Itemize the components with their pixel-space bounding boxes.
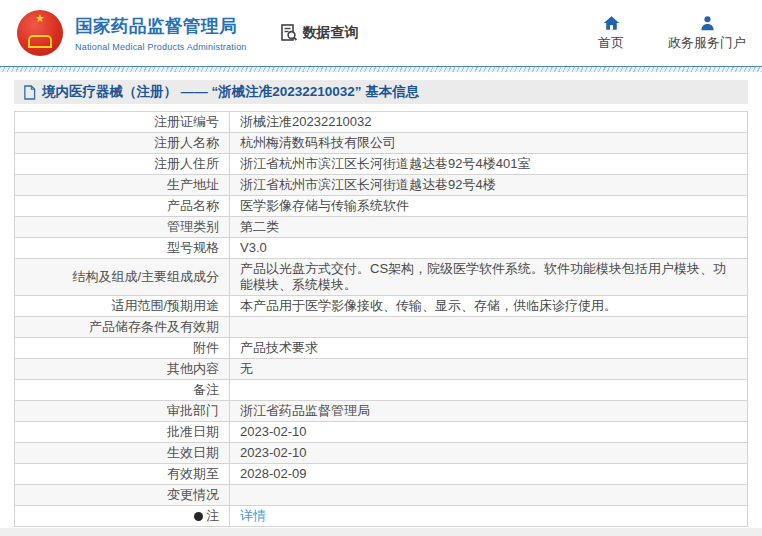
table-row: 注册人名称杭州梅清数码科技有限公司 xyxy=(15,133,748,154)
note-icon xyxy=(194,512,203,521)
info-table-body: 注册证编号浙械注准20232210032注册人名称杭州梅清数码科技有限公司注册人… xyxy=(15,112,748,527)
breadcrumb-text: 境内医疗器械（注册） —— “浙械注准20232210032” 基本信息 xyxy=(42,83,419,101)
table-cell-value: 本产品用于医学影像接收、传输、显示、存储，供临床诊疗使用。 xyxy=(230,296,748,317)
table-cell-value xyxy=(230,380,748,401)
table-cell-label: 生产地址 xyxy=(15,175,230,196)
table-cell-value xyxy=(230,317,748,338)
table-cell-value: 详情 xyxy=(230,506,748,527)
table-cell-value: 2028-02-09 xyxy=(230,464,748,485)
breadcrumb: 境内医疗器械（注册） —— “浙械注准20232210032” 基本信息 xyxy=(14,80,748,104)
main-content: 境内医疗器械（注册） —— “浙械注准20232210032” 基本信息 注册证… xyxy=(0,72,762,528)
table-cell-label: 变更情况 xyxy=(15,485,230,506)
table-cell-label: 批准日期 xyxy=(15,422,230,443)
table-cell-label: 生效日期 xyxy=(15,443,230,464)
table-cell-value: 产品技术要求 xyxy=(230,338,748,359)
table-cell-value xyxy=(230,485,748,506)
table-row: 其他内容无 xyxy=(15,359,748,380)
site-title: 国家药品监督管理局 xyxy=(75,14,247,38)
table-cell-label: 审批部门 xyxy=(15,401,230,422)
home-icon xyxy=(603,15,620,31)
table-cell-label: 其他内容 xyxy=(15,359,230,380)
top-nav: 首页 政务服务门户 xyxy=(590,15,746,52)
table-cell-value: 浙江省药品监督管理局 xyxy=(230,401,748,422)
site-header: ★ 国家药品监督管理局 National Medical Products Ad… xyxy=(0,0,762,66)
table-row: 变更情况 xyxy=(15,485,748,506)
emblem-star-icon: ★ xyxy=(35,13,45,24)
table-cell-value: 第二类 xyxy=(230,217,748,238)
table-row: 附件产品技术要求 xyxy=(15,338,748,359)
table-cell-value: V3.0 xyxy=(230,238,748,259)
table-cell-label: 产品名称 xyxy=(15,196,230,217)
table-row: 注册证编号浙械注准20232210032 xyxy=(15,112,748,133)
site-subtitle: National Medical Products Administration xyxy=(75,42,247,52)
emblem-gate-icon xyxy=(28,35,52,48)
table-cell-label: 管理类别 xyxy=(15,217,230,238)
document-search-icon xyxy=(279,23,299,43)
table-cell-label: 有效期至 xyxy=(15,464,230,485)
document-icon xyxy=(23,85,36,100)
table-cell-value: 2023-02-10 xyxy=(230,422,748,443)
table-row: 生产地址浙江省杭州市滨江区长河街道越达巷92号4楼 xyxy=(15,175,748,196)
table-cell-value: 无 xyxy=(230,359,748,380)
detail-link[interactable]: 详情 xyxy=(240,508,266,523)
page: { "header": { "title": "国家药品监督管理局", "sub… xyxy=(0,0,762,536)
table-cell-value: 杭州梅清数码科技有限公司 xyxy=(230,133,748,154)
table-row: 审批部门浙江省药品监督管理局 xyxy=(15,401,748,422)
table-cell-label: 注册人住所 xyxy=(15,154,230,175)
table-row: 型号规格V3.0 xyxy=(15,238,748,259)
table-row: 批准日期2023-02-10 xyxy=(15,422,748,443)
person-icon xyxy=(699,15,716,31)
table-cell-label: 注册人名称 xyxy=(15,133,230,154)
site-title-block: 国家药品监督管理局 National Medical Products Admi… xyxy=(75,14,247,52)
nav-label-home: 首页 xyxy=(598,34,624,52)
table-cell-label: 备注 xyxy=(15,380,230,401)
table-row: 管理类别第二类 xyxy=(15,217,748,238)
table-cell-label: 注 xyxy=(15,506,230,527)
national-emblem-icon: ★ xyxy=(17,10,63,56)
table-cell-value: 产品以光盘方式交付。CS架构，院级医学软件系统。软件功能模块包括用户模块、功能模… xyxy=(230,259,748,296)
table-row: 产品储存条件及有效期 xyxy=(15,317,748,338)
table-cell-value: 浙械注准20232210032 xyxy=(230,112,748,133)
table-cell-label: 结构及组成/主要组成成分 xyxy=(15,259,230,296)
table-cell-value: 医学影像存储与传输系统软件 xyxy=(230,196,748,217)
registration-info-table: 注册证编号浙械注准20232210032注册人名称杭州梅清数码科技有限公司注册人… xyxy=(14,111,748,527)
table-cell-label: 适用范围/预期用途 xyxy=(15,296,230,317)
table-row: 生效日期2023-02-10 xyxy=(15,443,748,464)
data-query-button[interactable]: 数据查询 xyxy=(279,23,359,43)
table-row: 注详情 xyxy=(15,506,748,527)
table-cell-value: 2023-02-10 xyxy=(230,443,748,464)
table-cell-label: 型号规格 xyxy=(15,238,230,259)
data-query-label: 数据查询 xyxy=(303,24,359,42)
nav-label-gov-portal: 政务服务门户 xyxy=(668,34,746,52)
nav-item-gov-portal[interactable]: 政务服务门户 xyxy=(668,15,746,52)
table-row: 结构及组成/主要组成成分产品以光盘方式交付。CS架构，院级医学软件系统。软件功能… xyxy=(15,259,748,296)
table-cell-value: 浙江省杭州市滨江区长河街道越达巷92号4楼 xyxy=(230,175,748,196)
nav-item-home[interactable]: 首页 xyxy=(590,15,632,52)
table-row: 备注 xyxy=(15,380,748,401)
table-row: 有效期至2028-02-09 xyxy=(15,464,748,485)
table-row: 适用范围/预期用途本产品用于医学影像接收、传输、显示、存储，供临床诊疗使用。 xyxy=(15,296,748,317)
table-cell-label: 注册证编号 xyxy=(15,112,230,133)
table-row: 产品名称医学影像存储与传输系统软件 xyxy=(15,196,748,217)
table-cell-label: 产品储存条件及有效期 xyxy=(15,317,230,338)
site-logo[interactable]: ★ 国家药品监督管理局 National Medical Products Ad… xyxy=(17,10,247,56)
table-cell-label: 附件 xyxy=(15,338,230,359)
table-row: 注册人住所浙江省杭州市滨江区长河街道越达巷92号4楼401室 xyxy=(15,154,748,175)
table-cell-value: 浙江省杭州市滨江区长河街道越达巷92号4楼401室 xyxy=(230,154,748,175)
